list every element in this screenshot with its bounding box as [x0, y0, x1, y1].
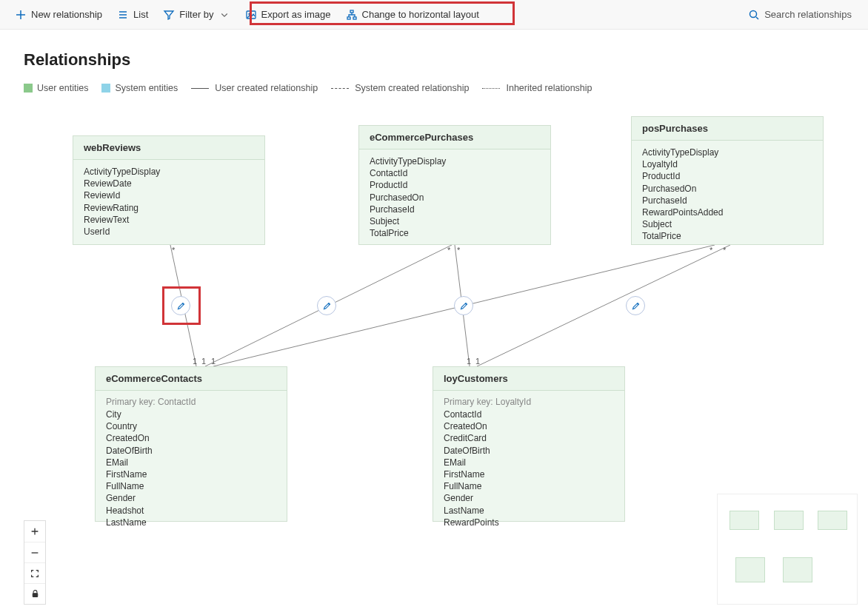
diagram-canvas[interactable]: * * * * * 1 1 1 1 1 webReviews ActivityT… — [24, 108, 844, 537]
line-dotted-icon — [482, 88, 500, 89]
new-relationship-label: New relationship — [31, 9, 102, 20]
filter-icon — [163, 9, 175, 21]
legend: User entities System entities User creat… — [24, 83, 844, 93]
line-dashed-icon — [331, 88, 349, 89]
legend-user-rel: User created relationship — [191, 83, 318, 93]
entity-title: webReviews — [73, 136, 264, 160]
legend-user-entities: User entities — [24, 83, 88, 93]
card-many: * — [457, 246, 460, 255]
legend-inherited-rel: Inherited relationship — [482, 83, 592, 93]
entity-pospurchases[interactable]: posPurchases ActivityTypeDisplay Loyalty… — [631, 116, 824, 245]
lock-button[interactable] — [24, 583, 45, 604]
swatch-system-icon — [101, 84, 110, 93]
zoom-controls — [24, 520, 46, 605]
minimap-entity — [774, 511, 804, 530]
svg-point-5 — [750, 10, 757, 17]
edit-relationship-button[interactable] — [171, 296, 190, 315]
minimap-entity — [735, 557, 765, 582]
card-one: 1 — [211, 357, 216, 366]
entity-title: posPurchases — [632, 117, 823, 141]
card-many: * — [447, 246, 450, 255]
svg-rect-4 — [353, 17, 356, 19]
card-one: 1 — [475, 357, 480, 366]
zoom-out-button[interactable] — [24, 542, 45, 562]
svg-rect-3 — [347, 17, 350, 19]
svg-rect-2 — [350, 10, 353, 13]
line-solid-icon — [191, 88, 209, 89]
entity-fields: ActivityTypeDisplay ContactId ProductId … — [359, 149, 550, 245]
minimap[interactable] — [717, 494, 858, 605]
hierarchy-icon — [346, 9, 358, 21]
plus-icon — [15, 9, 27, 21]
entity-loycustomers[interactable]: loyCustomers Primary key: LoyaltyId Cont… — [433, 366, 625, 522]
svg-point-1 — [249, 13, 250, 15]
search-relationships[interactable]: Search relationships — [741, 6, 859, 24]
entity-fields: Primary key: ContactId City Country Crea… — [96, 391, 287, 534]
page: Relationships User entities System entit… — [0, 30, 868, 615]
entity-ecommercecontacts[interactable]: eCommerceContacts Primary key: ContactId… — [95, 366, 287, 522]
entity-fields: ActivityTypeDisplay ReviewDate ReviewId … — [73, 160, 264, 243]
change-layout-button[interactable]: Change to horizontal layout — [340, 6, 485, 24]
legend-system-entities: System entities — [101, 83, 178, 93]
chevron-down-icon — [218, 9, 230, 21]
edit-relationship-button[interactable] — [454, 296, 473, 315]
zoom-in-button[interactable] — [24, 521, 45, 542]
page-title: Relationships — [24, 50, 844, 70]
minimap-entity — [730, 511, 759, 530]
edit-relationship-button[interactable] — [626, 296, 645, 315]
entity-ecommercepurchases[interactable]: eCommercePurchases ActivityTypeDisplay C… — [358, 125, 551, 245]
card-many: * — [172, 246, 175, 255]
card-one: 1 — [201, 357, 206, 366]
legend-system-rel: System created relationship — [331, 83, 469, 93]
entity-fields: Primary key: LoyaltyId ContactId Created… — [433, 391, 624, 534]
list-button[interactable]: List — [111, 6, 154, 24]
export-image-button[interactable]: Export as image — [239, 6, 337, 24]
toolbar: New relationship List Filter by Export a… — [0, 0, 868, 30]
entity-webreviews[interactable]: webReviews ActivityTypeDisplay ReviewDat… — [73, 135, 265, 245]
list-label: List — [133, 9, 148, 20]
list-icon — [117, 9, 129, 21]
edit-relationship-button[interactable] — [317, 296, 336, 315]
svg-rect-11 — [33, 594, 38, 597]
filter-by-label: Filter by — [179, 9, 213, 20]
card-one: 1 — [467, 357, 471, 366]
search-icon — [748, 9, 760, 21]
card-one: 1 — [193, 357, 197, 366]
svg-line-10 — [477, 245, 730, 366]
new-relationship-button[interactable]: New relationship — [9, 6, 108, 24]
filter-by-button[interactable]: Filter by — [157, 6, 236, 24]
image-icon — [245, 9, 257, 21]
entity-title: eCommercePurchases — [359, 126, 550, 149]
minimap-entity — [818, 511, 847, 530]
export-image-label: Export as image — [261, 9, 331, 20]
minimap-entity — [783, 557, 812, 582]
entity-title: eCommerceContacts — [96, 367, 287, 391]
zoom-fit-button[interactable] — [24, 562, 45, 583]
swatch-user-icon — [24, 84, 33, 93]
entity-title: loyCustomers — [433, 367, 624, 391]
entity-fields: ActivityTypeDisplay LoyaltyId ProductId … — [632, 141, 823, 249]
search-placeholder: Search relationships — [764, 9, 852, 20]
change-layout-label: Change to horizontal layout — [362, 9, 479, 20]
